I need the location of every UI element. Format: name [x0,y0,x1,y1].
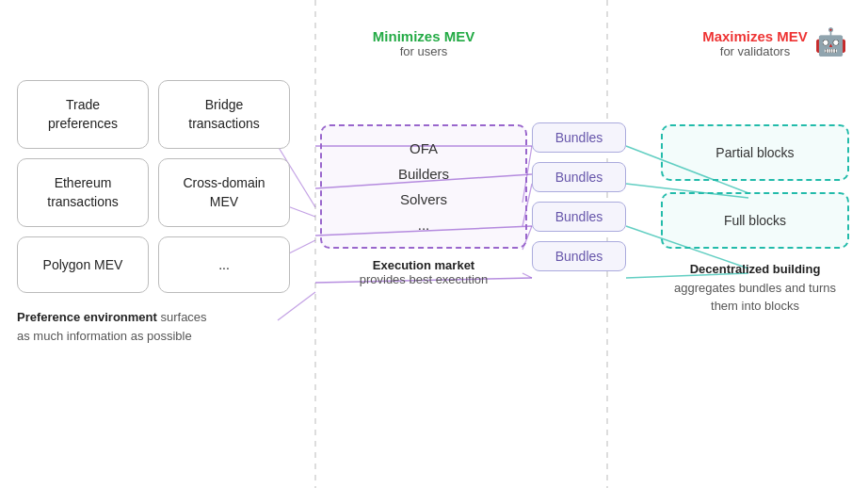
input-grid: Trade preferences Bridge transactions Et… [17,80,290,293]
middle-item-more: ... [337,212,510,237]
middle-item-builders: Builders [337,161,510,187]
robot-icon: 🤖 [814,26,847,57]
left-section: Trade preferences Bridge transactions Et… [17,80,290,345]
bundle-box-2: Bundles [532,162,626,192]
middle-dashed-box: OFA Builders Solvers ... [320,124,527,249]
bundles-section: Bundles Bundles Bundles Bundles [532,122,626,281]
middle-title-sub: for users [320,44,527,58]
middle-title-green: Minimizes MEV [320,28,527,44]
right-section: Maximizes MEV for validators Partial blo… [661,28,849,316]
left-caption: Preference environment surfacesas much i… [17,308,290,345]
ethereum-transactions-box: Ethereum transactions [17,158,149,227]
bridge-transactions-box: Bridge transactions [158,80,290,149]
middle-caption-bold: Execution market [373,258,474,272]
middle-title: Minimizes MEV for users [320,28,527,58]
bundle-box-1: Bundles [532,122,626,153]
right-caption-bold: Decentralized building [690,262,821,276]
bundle-box-3: Bundles [532,202,626,232]
polygon-mev-box: Polygon MEV [17,236,149,293]
trade-preferences-box: Trade preferences [17,80,149,149]
middle-item-solvers: Solvers [337,187,510,212]
right-caption: Decentralized building aggregates bundle… [661,260,849,316]
partial-blocks-box: Partial blocks [661,124,849,181]
left-caption-bold: Preference environment [17,310,157,324]
bundle-box-4: Bundles [532,241,626,271]
middle-caption-rest: provides best execution [360,272,489,286]
diagram-container: Trade preferences Bridge transactions Et… [0,0,868,488]
cross-domain-mev-box: Cross-domain MEV [158,158,290,227]
middle-section: Minimizes MEV for users OFA Builders Sol… [320,28,527,286]
middle-caption: Execution market provides best execution [320,258,527,286]
middle-item-ofa: OFA [337,136,510,161]
full-blocks-box: Full blocks [661,192,849,249]
right-caption-rest: aggregates bundles and turnsthem into bl… [674,281,836,314]
more-box: ... [158,236,290,293]
